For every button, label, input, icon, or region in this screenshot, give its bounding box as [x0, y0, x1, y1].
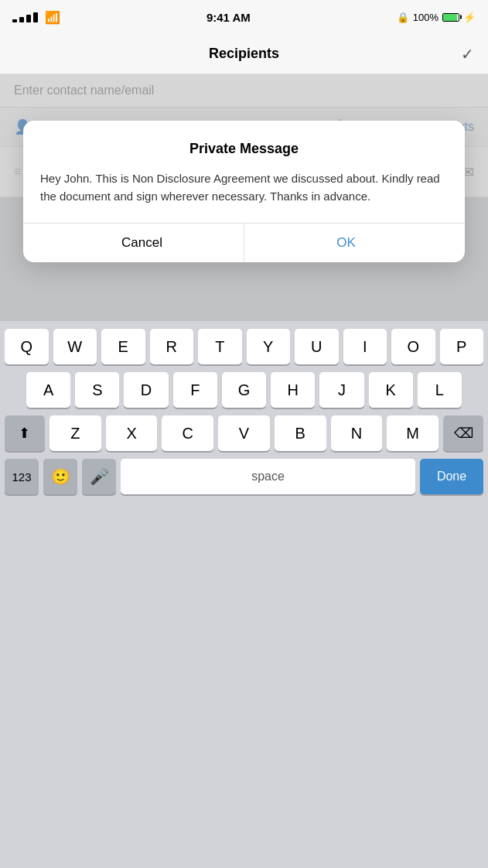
key-a[interactable]: A: [26, 372, 70, 408]
private-message-dialog: Private Message Hey John. This is Non Di…: [23, 121, 465, 262]
key-m[interactable]: M: [387, 415, 439, 451]
key-h[interactable]: H: [271, 372, 315, 408]
key-u[interactable]: U: [295, 329, 339, 364]
key-r[interactable]: R: [150, 329, 194, 364]
status-bar: 📶 9:41 AM 🔒 100% ⚡: [0, 0, 488, 34]
key-p[interactable]: P: [440, 329, 484, 364]
done-key[interactable]: Done: [420, 459, 483, 494]
key-t[interactable]: T: [198, 329, 242, 364]
key-d[interactable]: D: [124, 372, 168, 408]
key-v[interactable]: V: [218, 415, 270, 451]
charge-icon: ⚡: [463, 12, 476, 23]
keyboard-row-3: ⬆ Z X C V B N M ⌫: [5, 415, 483, 451]
key-i[interactable]: I: [343, 329, 387, 364]
key-k[interactable]: K: [369, 372, 413, 408]
key-s[interactable]: S: [75, 372, 119, 408]
status-time: 9:41 AM: [206, 11, 251, 24]
keyboard: Q W E R T Y U I O P A S D F G H J K L ⬆ …: [0, 321, 488, 494]
battery-icon: [442, 13, 459, 22]
keyboard-row-1: Q W E R T Y U I O P: [5, 329, 483, 364]
signal-area: 📶: [12, 10, 60, 25]
signal-icon: [12, 12, 38, 22]
shift-key[interactable]: ⬆: [5, 415, 45, 451]
key-g[interactable]: G: [222, 372, 266, 408]
mic-key[interactable]: 🎤: [82, 459, 116, 494]
key-y[interactable]: Y: [247, 329, 291, 364]
keyboard-row-2: A S D F G H J K L: [5, 372, 483, 408]
key-b[interactable]: B: [275, 415, 326, 451]
key-f[interactable]: F: [173, 372, 217, 408]
key-w[interactable]: W: [53, 329, 97, 364]
delete-key[interactable]: ⌫: [443, 415, 483, 451]
emoji-key[interactable]: 🙂: [43, 459, 77, 494]
check-button[interactable]: ✓: [461, 45, 474, 63]
key-q[interactable]: Q: [5, 329, 49, 364]
main-content: 👤 Add me 📋 Choose from contacts ≡ John M…: [0, 74, 488, 321]
lock-icon: 🔒: [397, 12, 409, 23]
page-header: Recipients ✓: [0, 34, 488, 74]
key-x[interactable]: X: [106, 415, 158, 451]
key-n[interactable]: N: [331, 415, 383, 451]
ok-button[interactable]: OK: [244, 224, 448, 261]
key-j[interactable]: J: [319, 372, 363, 408]
key-z[interactable]: Z: [49, 415, 101, 451]
num-key[interactable]: 123: [5, 459, 39, 494]
dialog-actions: Cancel OK: [40, 224, 448, 262]
keyboard-row-4: 123 🙂 🎤 space Done: [5, 459, 483, 494]
cancel-button[interactable]: Cancel: [40, 224, 244, 261]
dialog-title: Private Message: [40, 141, 448, 157]
wifi-icon: 📶: [45, 10, 60, 25]
key-l[interactable]: L: [418, 372, 462, 408]
battery-area: 🔒 100% ⚡: [397, 12, 476, 23]
space-key[interactable]: space: [121, 459, 415, 494]
page-title: Recipients: [209, 46, 279, 62]
battery-percent: 100%: [413, 12, 439, 23]
dialog-body: Hey John. This is Non Disclosure Agreeme…: [40, 169, 448, 206]
key-e[interactable]: E: [101, 329, 145, 364]
key-o[interactable]: O: [391, 329, 435, 364]
key-c[interactable]: C: [162, 415, 213, 451]
